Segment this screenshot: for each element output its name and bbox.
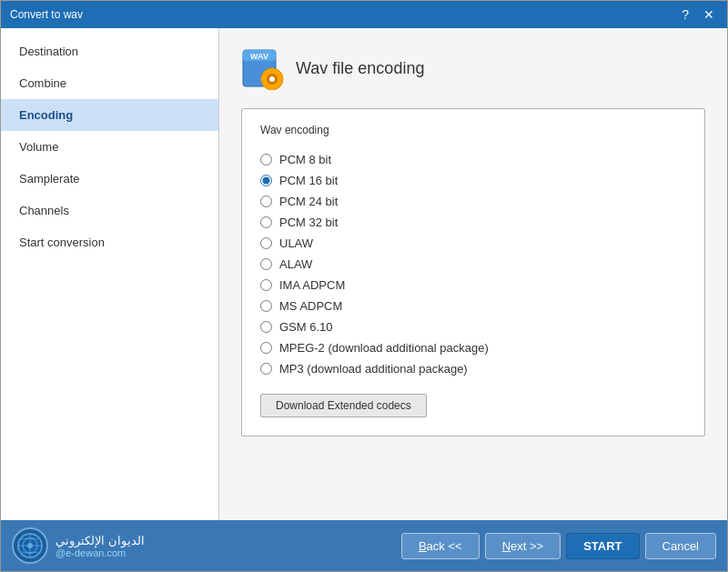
- sidebar-item-volume[interactable]: Volume: [1, 131, 218, 163]
- watermark: الديوان الإلكتروني @e-dewan.com: [12, 527, 145, 564]
- radio-label-pcm16: PCM 16 bit: [279, 174, 338, 187]
- radio-label-pcm8: PCM 8 bit: [279, 153, 331, 166]
- radio-option-ulaw[interactable]: ULAW: [260, 233, 686, 254]
- page-header: WAV Wav file encoding: [241, 46, 705, 90]
- radio-label-mp3: MP3 (download additional package): [279, 362, 468, 376]
- sidebar-item-start_conversion[interactable]: Start conversion: [1, 226, 218, 258]
- help-button[interactable]: ?: [678, 8, 693, 21]
- encoding-box: Wav encoding PCM 8 bitPCM 16 bitPCM 24 b…: [241, 108, 705, 437]
- main-content: WAV Wav file encoding Wav encodi: [219, 28, 727, 520]
- watermark-line2: @e-dewan.com: [56, 547, 145, 558]
- footer-buttons: Back << Next >> START Cancel: [401, 533, 716, 559]
- watermark-text: الديوان الإلكتروني @e-dewan.com: [56, 534, 145, 558]
- radio-option-pcm8[interactable]: PCM 8 bit: [260, 149, 686, 170]
- next-button[interactable]: Next >>: [485, 533, 561, 559]
- radio-mpeg2[interactable]: [260, 342, 272, 354]
- radio-imaadpcm[interactable]: [260, 279, 272, 291]
- radio-option-mp3[interactable]: MP3 (download additional package): [260, 358, 686, 379]
- title-bar-controls: ? ✕: [678, 8, 718, 21]
- svg-rect-9: [279, 77, 283, 81]
- sidebar: DestinationCombineEncodingVolumeSamplera…: [1, 28, 219, 520]
- svg-rect-6: [270, 68, 274, 72]
- radio-option-imaadpcm[interactable]: IMA ADPCM: [260, 275, 686, 296]
- back-button[interactable]: Back <<: [401, 533, 480, 559]
- svg-text:WAV: WAV: [250, 52, 268, 61]
- radio-option-pcm24[interactable]: PCM 24 bit: [260, 191, 686, 212]
- radio-label-gsm610: GSM 6.10: [279, 320, 333, 334]
- radio-pcm8[interactable]: [260, 154, 272, 166]
- sidebar-item-destination[interactable]: Destination: [1, 35, 218, 67]
- radio-options-container: PCM 8 bitPCM 16 bitPCM 24 bitPCM 32 bitU…: [260, 149, 686, 379]
- close-button[interactable]: ✕: [700, 8, 718, 21]
- radio-label-mpeg2: MPEG-2 (download additional package): [279, 341, 489, 355]
- radio-option-alaw[interactable]: ALAW: [260, 254, 686, 275]
- title-bar: Convert to wav ? ✕: [1, 1, 727, 28]
- sidebar-item-samplerate[interactable]: Samplerate: [1, 163, 218, 195]
- radio-label-msadpcm: MS ADPCM: [279, 299, 342, 313]
- radio-pcm24[interactable]: [260, 196, 272, 207]
- sidebar-item-encoding[interactable]: Encoding: [1, 99, 218, 131]
- svg-point-5: [269, 76, 275, 82]
- cancel-button[interactable]: Cancel: [645, 533, 716, 559]
- sidebar-item-channels[interactable]: Channels: [1, 195, 218, 226]
- main-window: Convert to wav ? ✕ DestinationCombineEnc…: [0, 0, 728, 572]
- radio-ulaw[interactable]: [260, 237, 272, 249]
- footer: الديوان الإلكتروني @e-dewan.com Back << …: [1, 520, 727, 571]
- radio-pcm16[interactable]: [260, 175, 272, 186]
- radio-msadpcm[interactable]: [260, 300, 272, 312]
- radio-label-ulaw: ULAW: [279, 236, 313, 250]
- svg-rect-7: [270, 86, 274, 90]
- radio-alaw[interactable]: [260, 258, 272, 270]
- window-body: DestinationCombineEncodingVolumeSamplera…: [1, 28, 727, 520]
- start-button[interactable]: START: [566, 533, 639, 559]
- radio-option-gsm610[interactable]: GSM 6.10: [260, 316, 686, 337]
- radio-mp3[interactable]: [260, 363, 272, 375]
- encoding-group-label: Wav encoding: [260, 124, 686, 136]
- radio-label-alaw: ALAW: [279, 257, 312, 271]
- watermark-line1: الديوان الإلكتروني: [56, 534, 145, 547]
- radio-label-pcm24: PCM 24 bit: [279, 195, 338, 208]
- page-title: Wav file encoding: [296, 59, 424, 78]
- radio-option-mpeg2[interactable]: MPEG-2 (download additional package): [260, 337, 686, 358]
- sidebar-item-combine[interactable]: Combine: [1, 67, 218, 99]
- svg-rect-8: [261, 77, 265, 81]
- radio-label-pcm32: PCM 32 bit: [279, 216, 338, 229]
- download-codecs-button[interactable]: Download Extended codecs: [260, 394, 427, 417]
- watermark-logo: [12, 527, 48, 564]
- window-title: Convert to wav: [10, 8, 83, 21]
- radio-label-imaadpcm: IMA ADPCM: [279, 278, 345, 292]
- radio-option-pcm32[interactable]: PCM 32 bit: [260, 212, 686, 233]
- wav-icon: WAV: [241, 46, 285, 90]
- radio-option-pcm16[interactable]: PCM 16 bit: [260, 170, 686, 191]
- radio-gsm610[interactable]: [260, 321, 272, 333]
- radio-option-msadpcm[interactable]: MS ADPCM: [260, 296, 686, 316]
- radio-pcm32[interactable]: [260, 216, 272, 228]
